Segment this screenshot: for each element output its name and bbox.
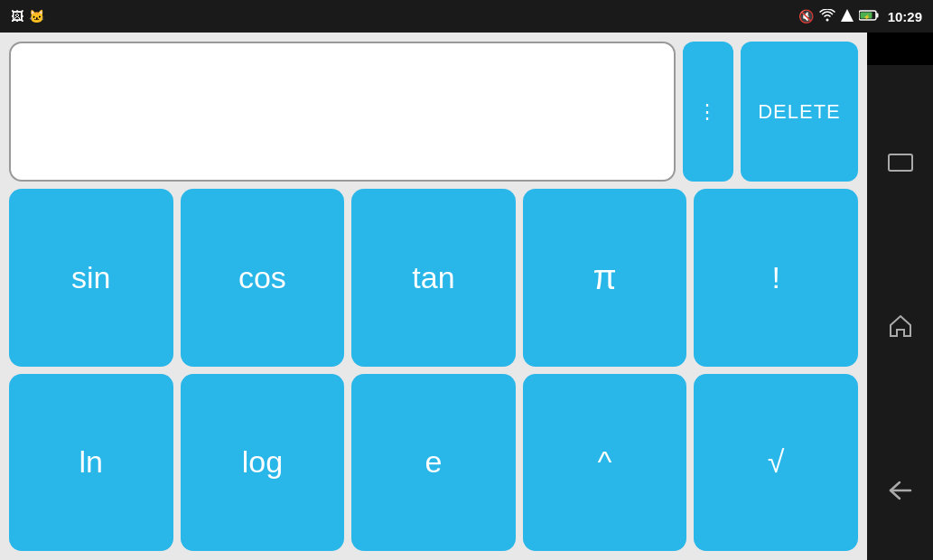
- power-label: ^: [598, 444, 612, 480]
- expand-button[interactable]: [888, 152, 913, 177]
- button-row-1: sin cos tan π !: [9, 189, 858, 367]
- e-button[interactable]: e: [351, 374, 516, 552]
- dots-icon: ⋮: [697, 102, 719, 122]
- factorial-label: !: [771, 260, 779, 295]
- status-left-icons: 🖼 🐱: [11, 9, 44, 23]
- svg-text:⚡: ⚡: [863, 14, 871, 21]
- svg-marker-1: [841, 9, 854, 22]
- svg-marker-7: [891, 316, 910, 336]
- cos-button[interactable]: cos: [181, 189, 345, 367]
- mute-icon: 🔇: [798, 9, 814, 23]
- log-label: log: [242, 444, 283, 480]
- delete-label: DELETE: [758, 100, 841, 124]
- ln-label: ln: [79, 444, 103, 480]
- ln-button[interactable]: ln: [9, 374, 173, 552]
- wifi-icon: [819, 9, 835, 24]
- pi-button[interactable]: π: [523, 189, 687, 367]
- tan-label: tan: [412, 260, 454, 295]
- back-button[interactable]: [889, 481, 912, 506]
- display-row: ⋮ DELETE: [9, 42, 858, 182]
- tan-button[interactable]: tan: [351, 189, 516, 367]
- nav-bar: [867, 65, 933, 560]
- e-label: e: [425, 444, 443, 480]
- display-field[interactable]: [9, 42, 676, 182]
- calculator: ⋮ DELETE sin cos tan π !: [0, 33, 867, 560]
- power-button[interactable]: ^: [523, 374, 687, 552]
- sin-button[interactable]: sin: [9, 189, 173, 367]
- signal-icon: [841, 9, 854, 24]
- svg-rect-4: [876, 14, 879, 18]
- sqrt-button[interactable]: √: [694, 374, 858, 552]
- cos-label: cos: [238, 260, 286, 295]
- delete-button[interactable]: DELETE: [741, 42, 858, 182]
- sin-label: sin: [71, 260, 110, 295]
- status-right-icons: 🔇 ⚡ 10:29: [798, 9, 922, 24]
- svg-point-0: [826, 18, 828, 21]
- screenshot-icon: 🖼: [11, 9, 23, 23]
- app-icon: 🐱: [29, 9, 44, 23]
- log-button[interactable]: log: [181, 374, 345, 552]
- status-bar: 🖼 🐱 🔇 ⚡ 10:29: [0, 0, 933, 33]
- svg-rect-6: [889, 154, 912, 171]
- dots-button[interactable]: ⋮: [683, 42, 733, 182]
- factorial-button[interactable]: !: [694, 189, 858, 367]
- sqrt-label: √: [768, 444, 785, 480]
- battery-icon: ⚡: [859, 9, 879, 23]
- pi-label: π: [592, 258, 616, 297]
- status-time: 10:29: [888, 9, 922, 24]
- home-button[interactable]: [889, 314, 912, 343]
- button-row-2: ln log e ^ √: [9, 374, 858, 552]
